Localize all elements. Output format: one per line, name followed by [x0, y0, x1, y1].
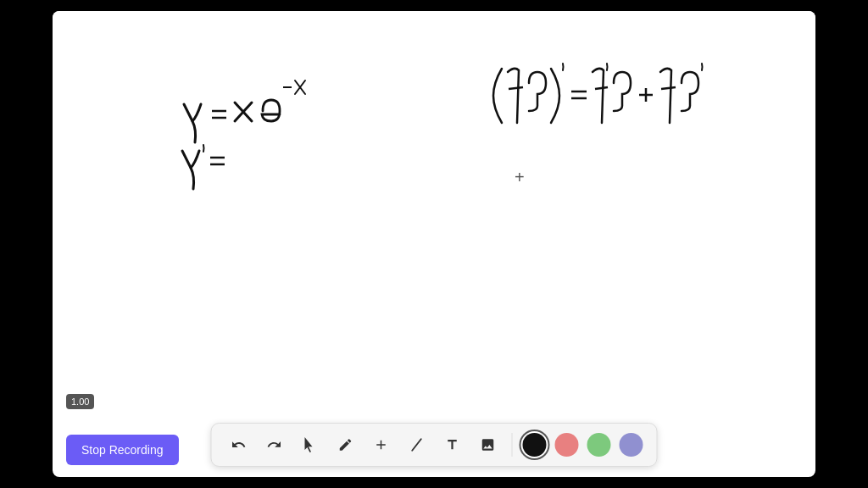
eraser-button[interactable] [403, 431, 431, 458]
zoom-value: 1.00 [71, 396, 89, 407]
add-icon [374, 437, 389, 452]
image-button[interactable] [475, 431, 502, 458]
svg-line-5 [509, 87, 523, 89]
text-button[interactable] [439, 431, 466, 458]
svg-line-8 [595, 87, 608, 89]
eraser-icon [409, 437, 425, 452]
toolbar-divider [512, 433, 513, 457]
color-pink-button[interactable] [555, 433, 579, 457]
color-green-button[interactable] [587, 433, 611, 457]
select-icon [303, 437, 318, 452]
color-black-button[interactable] [523, 433, 547, 457]
pen-icon [338, 437, 353, 452]
color-purple-button[interactable] [620, 433, 643, 457]
math-canvas [53, 11, 815, 418]
undo-icon [231, 437, 247, 452]
svg-line-11 [661, 87, 676, 89]
whiteboard-screen: 1 [53, 11, 815, 477]
redo-button[interactable] [261, 431, 288, 458]
pen-button[interactable] [332, 431, 359, 458]
select-button[interactable] [297, 431, 324, 458]
text-icon [445, 437, 460, 452]
stop-recording-button[interactable]: Stop Recording [66, 435, 179, 465]
toolbar [211, 423, 658, 467]
canvas-area[interactable]: + [53, 11, 815, 418]
add-button[interactable] [368, 431, 395, 458]
image-icon [481, 437, 496, 452]
redo-icon [267, 437, 282, 452]
zoom-badge: 1.00 [66, 394, 94, 409]
undo-button[interactable] [225, 431, 253, 458]
